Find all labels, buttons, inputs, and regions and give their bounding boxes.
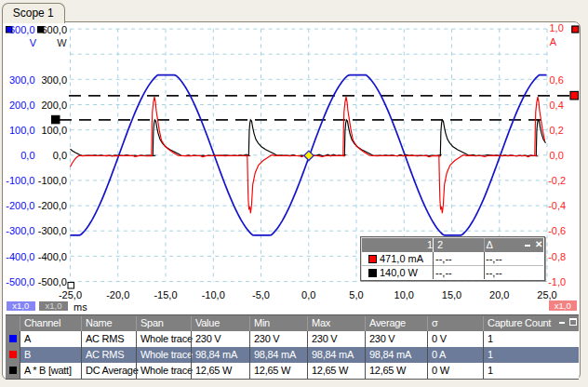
svg-text:-200,0: -200,0	[6, 200, 34, 211]
svg-text:0,2: 0,2	[550, 125, 564, 136]
svg-text:-0,4: -0,4	[548, 200, 566, 211]
svg-text:10,0: 10,0	[394, 289, 414, 300]
svg-text:-10,0: -10,0	[202, 289, 225, 300]
svg-text:-20,0: -20,0	[106, 289, 129, 300]
svg-text:600,0: 600,0	[41, 24, 67, 35]
svg-text:-200,0: -200,0	[38, 200, 67, 211]
svg-text:-300,0: -300,0	[38, 225, 67, 236]
svg-text:V: V	[30, 37, 37, 48]
svg-text:-0,6: -0,6	[548, 225, 566, 236]
svg-text:-15,0: -15,0	[154, 289, 177, 300]
svg-text:0,0: 0,0	[550, 150, 564, 161]
svg-text:-500,0: -500,0	[38, 276, 67, 287]
svg-text:-0,2: -0,2	[548, 175, 566, 186]
svg-text:5,0: 5,0	[349, 289, 363, 300]
svg-text:-100,0: -100,0	[38, 175, 67, 186]
svg-text:100,0: 100,0	[9, 125, 35, 136]
svg-text:-400,0: -400,0	[38, 251, 67, 262]
svg-text:-5,0: -5,0	[252, 289, 270, 300]
svg-text:0,0: 0,0	[53, 150, 67, 161]
svg-text:ms: ms	[74, 301, 87, 313]
svg-text:W: W	[57, 37, 67, 48]
svg-text:-0,8: -0,8	[548, 251, 566, 262]
svg-text:200,0: 200,0	[41, 100, 67, 111]
svg-text:-500,0: -500,0	[6, 276, 34, 287]
svg-text:100,0: 100,0	[41, 125, 67, 136]
svg-text:1,0: 1,0	[550, 22, 564, 33]
svg-text:300,0: 300,0	[9, 74, 35, 86]
svg-text:-100,0: -100,0	[6, 175, 34, 186]
svg-text:300,0: 300,0	[41, 74, 67, 86]
svg-text:25,0: 25,0	[537, 289, 556, 300]
svg-text:-400,0: -400,0	[6, 251, 34, 262]
svg-text:15,0: 15,0	[442, 289, 461, 300]
svg-text:A: A	[550, 36, 557, 47]
svg-text:600,0: 600,0	[9, 24, 35, 35]
svg-text:200,0: 200,0	[9, 100, 35, 111]
svg-text:20,0: 20,0	[489, 289, 509, 300]
svg-text:-300,0: -300,0	[6, 225, 34, 236]
svg-text:0,0: 0,0	[20, 150, 34, 161]
svg-text:0,6: 0,6	[550, 74, 564, 86]
svg-text:-1,0: -1,0	[548, 276, 566, 287]
svg-text:0,4: 0,4	[550, 100, 564, 111]
svg-text:0,0: 0,0	[301, 289, 315, 300]
svg-text:-25,0: -25,0	[59, 289, 82, 300]
